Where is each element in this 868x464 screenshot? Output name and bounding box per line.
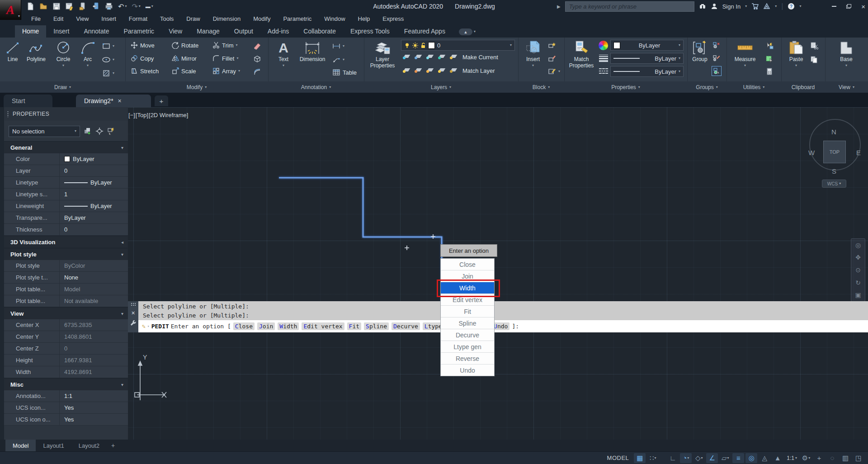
- orbit-icon[interactable]: ↻: [855, 279, 861, 286]
- base-button[interactable]: Base▾: [835, 40, 858, 67]
- workspace-switching-icon[interactable]: ⚙▾: [800, 453, 812, 463]
- tab-layout1[interactable]: Layout1: [36, 440, 71, 451]
- ortho-mode-icon[interactable]: ∟: [667, 453, 679, 463]
- draw-panel-label[interactable]: Draw▾: [0, 81, 125, 93]
- option-fit[interactable]: Fit: [441, 306, 494, 317]
- arc-button[interactable]: Arc▾: [78, 40, 98, 67]
- measure-caret-icon[interactable]: ▾: [744, 64, 746, 67]
- paste-button[interactable]: Paste▾: [786, 40, 807, 67]
- ribbon-tab-home[interactable]: Home: [15, 25, 46, 38]
- paste-caret-icon[interactable]: ▾: [795, 64, 797, 67]
- ribbon-tab-manage[interactable]: Manage: [189, 25, 227, 38]
- rectangle-button[interactable]: ▾: [102, 42, 114, 50]
- quick-select-button[interactable]: [765, 42, 774, 50]
- ribbon-tab-view[interactable]: View: [161, 25, 189, 38]
- layer-off-button[interactable]: [403, 54, 410, 59]
- prop-row-annotation-scale[interactable]: Annotatio... 1:1: [4, 390, 128, 402]
- viewcube-south[interactable]: S: [832, 167, 836, 175]
- minimize-button[interactable]: [832, 6, 836, 7]
- prop-row-ucs-icon-origin[interactable]: UCS icon o... Yes: [4, 414, 128, 426]
- restore-button[interactable]: [846, 4, 851, 9]
- insert-caret-icon[interactable]: ▾: [532, 64, 534, 67]
- option-decurve[interactable]: Decurve: [441, 329, 494, 341]
- prop-row-transparency[interactable]: Transpare... ByLayer: [4, 212, 128, 224]
- clean-screen-icon[interactable]: ◳: [853, 453, 864, 463]
- save-to-web-mobile-icon[interactable]: [92, 2, 100, 10]
- array-button[interactable]: Array▾: [212, 67, 240, 75]
- groups-panel-label[interactable]: Groups▾: [687, 81, 726, 93]
- sign-in-caret-icon[interactable]: ▾: [745, 5, 747, 8]
- match-properties-button[interactable]: Match Properties: [568, 40, 595, 69]
- option-spline[interactable]: Spline: [441, 317, 494, 329]
- option-close[interactable]: Close: [441, 259, 494, 270]
- drawing-canvas[interactable]: [−] [Top] [2D Wireframe] Y N W E S TOP W…: [0, 107, 868, 451]
- open-from-web-mobile-icon[interactable]: [79, 2, 87, 10]
- pan-icon[interactable]: ✥: [855, 254, 861, 261]
- autoscale-icon[interactable]: ▲: [772, 453, 783, 463]
- annotation-visibility-icon[interactable]: ◬: [759, 453, 770, 463]
- leader-caret-icon[interactable]: ▾: [343, 58, 344, 62]
- prop-row-thickness[interactable]: Thickness 0: [4, 224, 128, 236]
- ribbon-tab-addins[interactable]: Add-ins: [260, 25, 296, 38]
- share-caret-icon[interactable]: ▾: [775, 5, 777, 8]
- section-plot-style[interactable]: Plot style▾: [4, 248, 128, 260]
- wcs-selector[interactable]: WCS▾: [822, 180, 846, 188]
- ribbon-tab-output[interactable]: Output: [227, 25, 260, 38]
- section-view[interactable]: View▾: [4, 307, 128, 319]
- text-caret-icon[interactable]: ▾: [283, 64, 284, 67]
- model-space-label[interactable]: MODEL: [607, 455, 629, 461]
- cmd-option-width[interactable]: Width: [278, 322, 299, 330]
- base-caret-icon[interactable]: ▾: [845, 64, 847, 67]
- save-as-icon[interactable]: [66, 2, 74, 10]
- option-undo[interactable]: Undo: [441, 365, 494, 376]
- menu-dimension[interactable]: Dimension: [207, 13, 247, 25]
- ellipse-caret-icon[interactable]: ▾: [113, 58, 114, 62]
- toggle-pickadd-icon[interactable]: [84, 127, 92, 135]
- select-objects-icon[interactable]: [95, 127, 104, 135]
- file-tab-close-icon[interactable]: ×: [118, 97, 122, 104]
- make-current-icon[interactable]: [450, 54, 457, 59]
- trim-button[interactable]: Trim▾: [212, 42, 238, 49]
- utilities-panel-label[interactable]: Utilities▾: [726, 81, 781, 93]
- graphics-performance-icon[interactable]: ▥: [840, 453, 851, 463]
- layers-panel-label[interactable]: Layers▾: [364, 81, 518, 93]
- file-tab-start[interactable]: Start: [4, 95, 52, 107]
- section-general[interactable]: General▾: [4, 141, 128, 153]
- redo-button[interactable]: ↷▾: [132, 2, 140, 11]
- edit-attributes-button[interactable]: ▾: [548, 67, 560, 76]
- viewcube-east[interactable]: E: [856, 149, 861, 156]
- option-edit-vertex[interactable]: Edit vertex: [441, 294, 494, 306]
- command-line-grip-icon[interactable]: [131, 303, 136, 306]
- cut-button[interactable]: [810, 42, 818, 50]
- lineweight-combo[interactable]: ByLayer ▾: [610, 53, 684, 64]
- ribbon-tab-parametric[interactable]: Parametric: [116, 25, 161, 38]
- layer-walk-button[interactable]: [403, 67, 410, 73]
- app-logo[interactable]: A▾: [0, 0, 21, 20]
- customization-icon[interactable]: +: [813, 453, 825, 463]
- cmd-option-edit-vertex[interactable]: Edit vertex: [302, 322, 344, 330]
- save-icon[interactable]: [52, 2, 61, 10]
- annotation-panel-label[interactable]: Annotation▾: [268, 81, 364, 93]
- viewcube-top-face[interactable]: TOP: [823, 141, 846, 163]
- recent-commands-caret-icon[interactable]: ▾: [147, 325, 150, 328]
- search-expand-icon[interactable]: ▶: [557, 4, 561, 9]
- arc-caret-icon[interactable]: ▾: [87, 64, 89, 67]
- menu-draw[interactable]: Draw: [180, 13, 206, 25]
- isolate-objects-icon[interactable]: ◌: [826, 453, 838, 463]
- cmd-option-close[interactable]: Close: [233, 322, 255, 330]
- help-icon[interactable]: ?: [788, 3, 795, 10]
- copy-button[interactable]: Copy: [131, 55, 154, 62]
- undo-button[interactable]: ↶▾: [118, 2, 127, 11]
- palette-grip-icon[interactable]: [7, 111, 9, 117]
- match-layer-icon[interactable]: [450, 67, 457, 73]
- command-pencil-icon[interactable]: ✎: [142, 323, 146, 330]
- file-tab-drawing2[interactable]: Drawing2* ×: [76, 95, 151, 107]
- view-panel-label[interactable]: View▾: [825, 81, 868, 93]
- object-color-combo[interactable]: ByLayer ▾: [610, 40, 684, 51]
- object-snap-tracking-icon[interactable]: ∠: [706, 453, 718, 463]
- layer-properties-button[interactable]: Layer Properties: [368, 40, 397, 69]
- ribbon-tab-annotate[interactable]: Annotate: [76, 25, 116, 38]
- app-store-cart-icon[interactable]: [751, 3, 759, 10]
- trim-caret-icon[interactable]: ▾: [236, 43, 238, 47]
- ribbon-minimize-icon[interactable]: ▲: [459, 28, 472, 35]
